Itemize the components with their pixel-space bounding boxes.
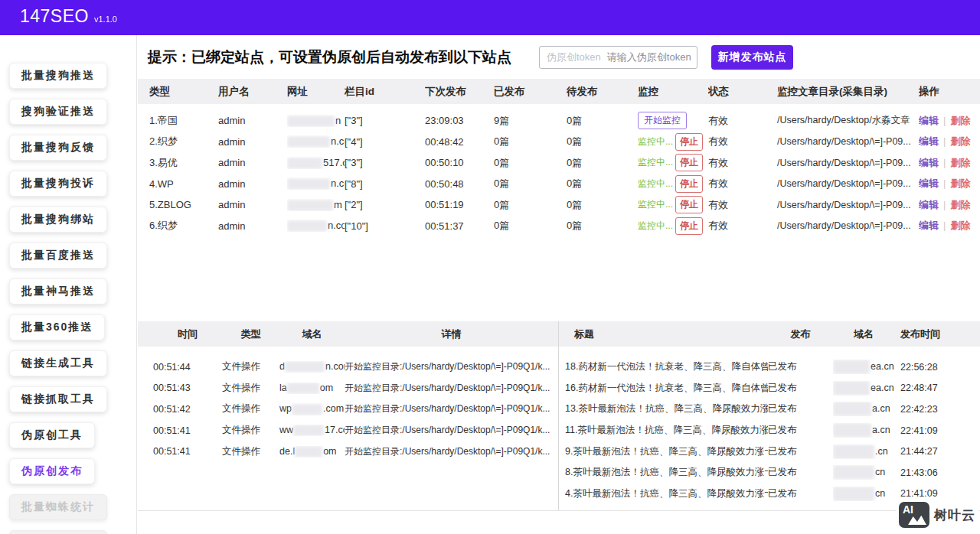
pending-count: 0篇	[567, 156, 638, 170]
add-publish-site-button[interactable]: 新增发布站点	[711, 45, 793, 70]
sidebar-item[interactable]: 链接抓取工具	[9, 386, 107, 412]
site-row: 4.WPadminn.com["8"]00:50:480篇0篇监控中...停止有…	[138, 174, 980, 195]
sidebar-item[interactable]: 伪原创工具	[9, 422, 95, 448]
site-status: 有效	[708, 135, 777, 148]
log-table-body: 00:51:44文件操作dn.com开始监控目录:/Users/hardy/De…	[138, 347, 558, 462]
sidebar-item: 批量蜘蛛统计	[9, 494, 107, 520]
log-domain: wp.com	[279, 403, 345, 415]
publish-domain: ea.cn	[833, 381, 894, 396]
operation-log-table: 时间类型域名详情 00:51:44文件操作dn.com开始监控目录:/Users…	[138, 321, 559, 510]
pub-row: 9.茶叶最新泡法！抗癌、降三高、降尿酸效力涨十...已发布.cn21:44:27	[559, 441, 980, 462]
monitor-cell: 监控中...停止	[638, 154, 708, 171]
column-header: 类型	[149, 85, 218, 99]
stop-monitor-button[interactable]: 停止	[675, 154, 703, 171]
edit-link[interactable]: 编辑	[919, 199, 939, 210]
redacted-text	[833, 423, 871, 438]
log-type: 文件操作	[222, 360, 279, 373]
article-title: 16.药材新一代泡法！抗衰老、降三高、降自体曾...	[565, 382, 768, 395]
sidebar-item[interactable]: 批量搜狗绑站	[9, 207, 107, 233]
redacted-text	[285, 361, 325, 373]
article-title: 4.茶叶最新泡法！抗癌、降三高、降尿酸效力涨十...	[565, 487, 768, 500]
published-table-body: 18.药材新一代泡法！抗衰老、降三高、降自体曾...已发布ea.cn22:56:…	[559, 347, 980, 504]
delete-link[interactable]: 删除	[950, 115, 970, 126]
edit-link[interactable]: 编辑	[919, 157, 939, 168]
binding-hint-text: 提示：已绑定站点，可设置伪原创后自动发布到以下站点	[148, 47, 511, 67]
redacted-text	[287, 220, 327, 232]
publish-domain: cn	[833, 487, 894, 501]
redacted-text	[293, 425, 324, 436]
site-type: 4.WP	[149, 178, 218, 190]
pseudo-original-token-input[interactable]: 伪原创token 请输入伪原创token	[539, 46, 697, 69]
edit-link[interactable]: 编辑	[919, 115, 939, 126]
column-header: 网址	[287, 85, 345, 99]
article-title: 8.茶叶最新泡法！抗癌、降三高、降尿酸效力涨十...	[565, 466, 768, 479]
site-url: 517.com	[287, 157, 345, 169]
monitoring-status: 监控中...	[638, 199, 673, 210]
delete-link[interactable]: 删除	[950, 199, 970, 210]
delete-link[interactable]: 删除	[950, 177, 970, 189]
site-column-id: ["3"]	[345, 115, 425, 126]
site-row: 6.织梦adminn.com["10"]00:51:370篇0篇监控中...停止…	[138, 216, 980, 237]
published-count: 0篇	[494, 177, 567, 190]
stop-monitor-button[interactable]: 停止	[675, 133, 703, 151]
redacted-text	[287, 178, 330, 190]
site-username: admin	[218, 157, 287, 168]
log-row: 00:51:41文件操作de.lom开始监控目录:/Users/hardy/De…	[138, 441, 558, 462]
pub-row: 8.茶叶最新泡法！抗癌、降三高、降尿酸效力涨十...已发布cn21:43:06	[559, 462, 980, 484]
monitor-cell: 监控中...停止	[638, 133, 708, 151]
article-title: 9.茶叶最新泡法！抗癌、降三高、降尿酸效力涨十...	[565, 445, 768, 458]
monitor-cell: 开始监控	[638, 112, 708, 129]
row-actions: 编辑|删除	[919, 156, 980, 170]
delete-link[interactable]: 删除	[950, 157, 970, 168]
row-actions: 编辑|删除	[919, 219, 980, 233]
column-header: 状态	[708, 85, 777, 99]
pub-row: 13.茶叶最新泡法！抗癌、降三高、降尿酸效力涨...已发布a.cn22:42:2…	[559, 399, 980, 420]
published-count: 0篇	[494, 198, 567, 212]
redacted-text	[287, 200, 333, 211]
publish-time: 22:56:28	[894, 362, 980, 373]
site-username: admin	[218, 136, 287, 148]
column-header: 操作	[919, 85, 980, 99]
publish-domain: .cn	[833, 444, 894, 459]
published-count: 0篇	[494, 219, 567, 233]
pub-row: 18.药材新一代泡法！抗衰老、降三高、降自体曾...已发布ea.cn22:56:…	[559, 357, 980, 378]
delete-link[interactable]: 删除	[950, 135, 970, 147]
row-actions: 编辑|删除	[919, 135, 980, 148]
edit-link[interactable]: 编辑	[919, 177, 939, 189]
sidebar-item[interactable]: 搜狗验证推送	[9, 99, 107, 125]
sidebar-item[interactable]: 伪原创发布	[9, 458, 95, 484]
sidebar-item[interactable]: 批量神马推送	[9, 278, 107, 304]
start-monitor-button[interactable]: 开始监控	[638, 112, 687, 129]
column-header: 监控文章目录(采集目录)	[777, 85, 919, 99]
column-header: 用户名	[218, 85, 287, 99]
log-row: 00:51:44文件操作dn.com开始监控目录:/Users/hardy/De…	[138, 357, 558, 378]
next-publish-time: 00:51:37	[425, 220, 494, 232]
sidebar-item[interactable]: 批量360推送	[9, 314, 105, 340]
publish-time: 21:44:27	[894, 446, 980, 457]
edit-link[interactable]: 编辑	[919, 135, 939, 147]
row-actions: 编辑|删除	[919, 177, 980, 190]
pub-row: 16.药材新一代泡法！抗衰老、降三高、降自体曾...已发布ea.cn22:48:…	[559, 378, 980, 399]
monitor-directory: /Users/hardy/Desktop/\=]-P09...	[777, 200, 919, 210]
next-publish-time: 00:50:10	[425, 157, 494, 168]
next-publish-time: 00:48:42	[425, 136, 494, 148]
sidebar-item[interactable]: 链接生成工具	[9, 350, 107, 376]
log-domain: laom	[279, 383, 345, 394]
column-header: 栏目id	[345, 85, 425, 99]
log-domain: dn.com	[279, 361, 345, 373]
stop-monitor-button[interactable]: 停止	[675, 217, 703, 235]
article-title: 18.药材新一代泡法！抗衰老、降三高、降自体曾...	[565, 360, 768, 373]
sidebar-item[interactable]: 批量搜狗反馈	[9, 135, 107, 161]
edit-link[interactable]: 编辑	[919, 220, 939, 231]
stop-monitor-button[interactable]: 停止	[675, 175, 703, 193]
site-row: 5.ZBLOGadminm["2"]00:51:190篇0篇监控中...停止有效…	[138, 194, 980, 216]
stop-monitor-button[interactable]: 停止	[675, 196, 703, 213]
site-status: 有效	[708, 114, 777, 128]
sidebar-item[interactable]: 批量百度推送	[9, 243, 107, 269]
published-articles-table: 标题发布域名发布时间 18.药材新一代泡法！抗衰老、降三高、降自体曾...已发布…	[559, 321, 980, 510]
delete-link[interactable]: 删除	[950, 220, 970, 231]
column-header: 发布时间	[894, 327, 980, 341]
monitor-cell: 监控中...停止	[638, 217, 708, 235]
sidebar-item[interactable]: 批量搜狗推送	[9, 63, 107, 89]
sidebar-item[interactable]: 批量搜狗投诉	[9, 171, 107, 197]
